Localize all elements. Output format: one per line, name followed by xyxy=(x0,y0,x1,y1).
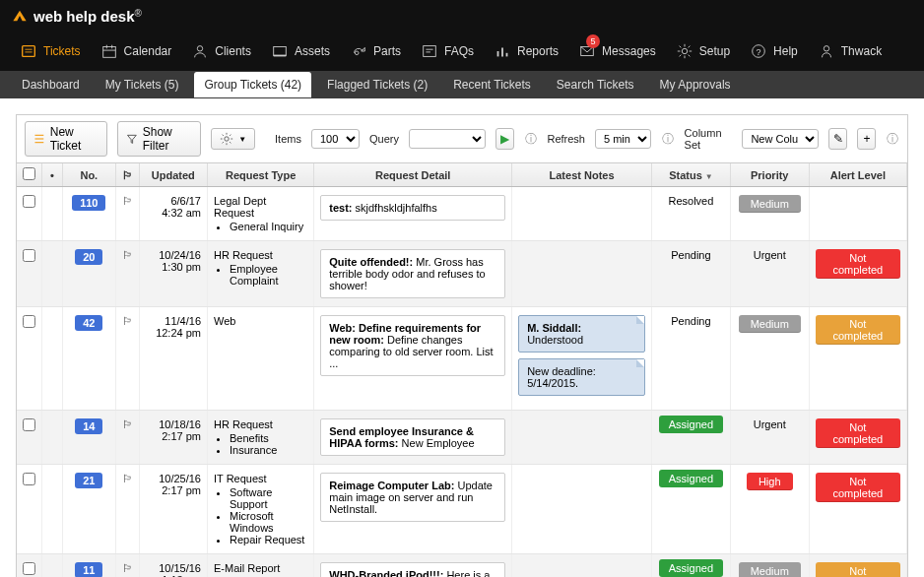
nav-label: Reports xyxy=(517,44,559,58)
ticket-number-badge[interactable]: 11 xyxy=(75,562,102,577)
request-subtype: General Inquiry xyxy=(230,221,307,232)
new-ticket-button[interactable]: New Ticket xyxy=(25,121,107,157)
subtab-dashboard[interactable]: Dashboard xyxy=(12,72,90,97)
detail-title: Reimage Computer Lab: xyxy=(329,480,454,491)
ticket-number-badge[interactable]: 21 xyxy=(75,473,102,488)
request-detail-box[interactable]: Web: Define requirements for new room: D… xyxy=(320,315,505,376)
ticket-number-badge[interactable]: 14 xyxy=(75,418,102,434)
info-icon[interactable]: ⓘ xyxy=(886,131,899,148)
col-status[interactable]: Status▼ xyxy=(651,163,730,187)
subtab-my-approvals[interactable]: My Approvals xyxy=(650,72,741,97)
row-checkbox[interactable] xyxy=(23,195,35,208)
request-detail-box[interactable]: WHD-Branded iPod!!!: Here is a Web Help … xyxy=(320,562,505,577)
toolbar: New Ticket Show Filter ▼ Items 100 Query… xyxy=(17,115,907,163)
ticket-number-badge[interactable]: 20 xyxy=(75,249,102,265)
flag-icon[interactable]: 🏳 xyxy=(122,195,133,207)
request-type: HR Request xyxy=(214,418,307,430)
flag-icon[interactable]: 🏳 xyxy=(122,562,133,574)
subtab-my-tickets-5-[interactable]: My Tickets (5) xyxy=(96,72,189,97)
svg-rect-8 xyxy=(274,47,287,56)
alert-badge: Not completed xyxy=(816,473,900,502)
row-checkbox[interactable] xyxy=(23,249,35,262)
ticket-number-badge[interactable]: 110 xyxy=(72,195,105,211)
row-checkbox[interactable] xyxy=(23,473,35,485)
nav-help[interactable]: ?Help xyxy=(742,36,806,66)
alert-badge: Not completed xyxy=(816,418,900,448)
col-flag[interactable]: 🏳 xyxy=(115,163,139,187)
table-row[interactable]: 110🏳6/6/174:32 amLegal Dept RequestGener… xyxy=(17,187,907,241)
col-no[interactable]: No. xyxy=(63,163,116,187)
updated-date: 10/24/16 xyxy=(146,249,201,261)
status-badge: Assigned xyxy=(659,559,723,577)
request-type: Legal Dept Request xyxy=(214,195,307,219)
col-updated[interactable]: Updated xyxy=(139,163,207,187)
request-detail-box[interactable]: test: skjdfhskldjhfalfhs xyxy=(320,195,505,221)
subtab-search-tickets[interactable]: Search Tickets xyxy=(547,72,644,97)
nav-thwack[interactable]: Thwack xyxy=(810,36,890,66)
row-checkbox[interactable] xyxy=(23,418,35,431)
table-row[interactable]: 21🏳10/25/162:17 pmIT RequestSoftware Sup… xyxy=(17,465,907,554)
nav-messages[interactable]: Messages5 xyxy=(570,36,664,66)
table-row[interactable]: 14🏳10/18/162:17 pmHR RequestBenefitsInsu… xyxy=(17,411,907,465)
nav-clients[interactable]: Clients xyxy=(183,36,259,66)
ticket-number-badge[interactable]: 42 xyxy=(75,315,102,331)
flag-icon[interactable]: 🏳 xyxy=(122,418,133,430)
select-all-checkbox[interactable] xyxy=(23,167,35,180)
nav-assets[interactable]: Assets xyxy=(263,36,338,66)
info-icon[interactable]: ⓘ xyxy=(524,131,538,148)
row-checkbox[interactable] xyxy=(23,562,35,575)
request-detail-box[interactable]: Quite offended!: Mr. Gross has terrible … xyxy=(320,249,505,298)
nav-calendar[interactable]: Calendar xyxy=(93,36,180,66)
subtab-recent-tickets[interactable]: Recent Tickets xyxy=(443,72,541,97)
logo-row: web help desk® xyxy=(12,6,912,32)
flag-icon[interactable]: 🏳 xyxy=(122,473,133,484)
request-subtype: Microsoft Windows xyxy=(230,510,307,534)
info-icon[interactable]: ⓘ xyxy=(661,131,675,148)
nav-label: Tickets xyxy=(43,44,81,58)
items-select[interactable]: 100 xyxy=(311,129,360,149)
table-row[interactable]: 11🏳10/15/161:13 pmE-Mail ReportWHD-Brand… xyxy=(17,554,907,578)
col-priority[interactable]: Priority xyxy=(730,163,809,187)
app-header: web help desk® TicketsCalendarClientsAss… xyxy=(0,0,924,71)
subtab-group-tickets-42-[interactable]: Group Tickets (42) xyxy=(194,72,311,97)
add-column-button[interactable]: + xyxy=(857,128,876,150)
nav-faqs[interactable]: FAQs xyxy=(413,36,482,66)
filter-icon xyxy=(126,132,138,146)
col-request-detail[interactable]: Request Detail xyxy=(314,163,512,187)
edit-columns-button[interactable]: ✎ xyxy=(828,128,847,150)
nav-setup[interactable]: Setup xyxy=(668,36,738,66)
flag-icon[interactable]: 🏳 xyxy=(122,249,133,261)
request-detail-box[interactable]: Reimage Computer Lab: Update main image … xyxy=(320,473,505,522)
request-type: HR Request xyxy=(214,249,307,261)
query-select[interactable] xyxy=(409,129,486,149)
show-filter-button[interactable]: Show Filter xyxy=(117,121,201,157)
nav-label: Help xyxy=(773,44,798,58)
note-box[interactable]: New deadline: 5/14/2015. xyxy=(518,358,645,396)
col-latest-notes[interactable]: Latest Notes xyxy=(512,163,652,187)
col-select[interactable] xyxy=(17,163,42,187)
settings-button[interactable]: ▼ xyxy=(211,128,255,150)
nav-reports[interactable]: Reports xyxy=(486,36,566,66)
note-box[interactable]: M. Siddall: Understood xyxy=(518,315,645,353)
nav-parts[interactable]: Parts xyxy=(342,36,409,66)
updated-time: 2:17 pm xyxy=(146,484,201,496)
row-checkbox[interactable] xyxy=(23,315,35,328)
pencil-icon: ✎ xyxy=(833,132,843,146)
col-request-type[interactable]: Request Type xyxy=(208,163,314,187)
play-icon: ▶ xyxy=(500,132,509,146)
nav-label: Parts xyxy=(373,44,401,58)
request-detail-box[interactable]: Send employee Insurance & HIPAA forms: N… xyxy=(320,418,505,456)
refresh-select[interactable]: 5 min xyxy=(595,129,651,149)
subtab-flagged-tickets-2-[interactable]: Flagged Tickets (2) xyxy=(317,72,437,97)
request-subtype: Employee Complaint xyxy=(230,263,307,287)
nav-tickets[interactable]: Tickets xyxy=(12,36,89,66)
query-label: Query xyxy=(369,133,399,145)
table-row[interactable]: 42🏳11/4/1612:24 pmWebWeb: Define require… xyxy=(17,307,907,411)
col-alert[interactable]: Alert Level xyxy=(809,163,906,187)
status-badge: Assigned xyxy=(659,470,723,487)
col-dot[interactable]: • xyxy=(42,163,63,187)
table-row[interactable]: 20🏳10/24/161:30 pmHR RequestEmployee Com… xyxy=(17,241,907,307)
run-query-button[interactable]: ▶ xyxy=(495,128,514,150)
flag-icon[interactable]: 🏳 xyxy=(122,315,133,327)
columnset-select[interactable]: New Colu xyxy=(742,129,819,149)
